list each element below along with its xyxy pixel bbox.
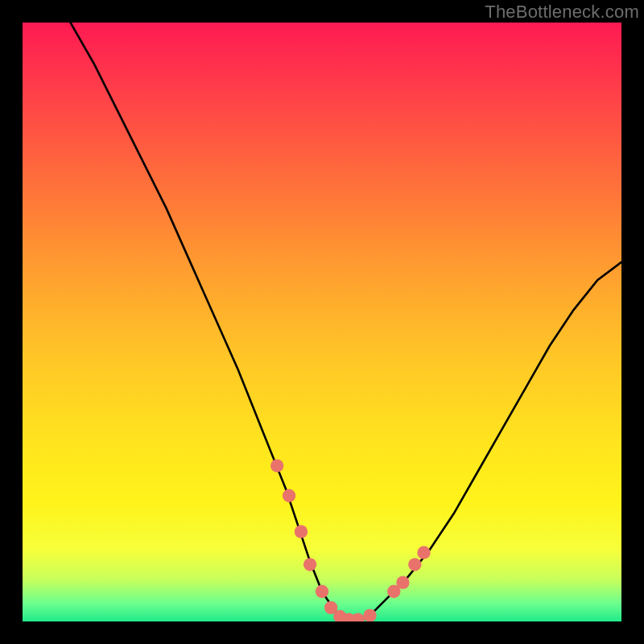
marker-dot (303, 558, 316, 571)
marker-dot (270, 459, 283, 472)
marker-dot (408, 558, 421, 571)
marker-dot (363, 609, 376, 621)
chart-plot-area (23, 23, 621, 621)
highlight-markers (270, 459, 431, 621)
marker-dot (333, 610, 346, 621)
marker-dot (295, 525, 308, 538)
bottleneck-curve (71, 23, 621, 621)
marker-dot (324, 601, 337, 614)
chart-frame: TheBottleneck.com (0, 0, 644, 644)
watermark-text: TheBottleneck.com (485, 2, 639, 23)
marker-dot (316, 585, 328, 598)
marker-dot (417, 546, 430, 559)
marker-dot (342, 613, 355, 621)
marker-dot (387, 585, 400, 598)
chart-svg (23, 23, 621, 621)
marker-dot (351, 613, 364, 621)
marker-dot (283, 489, 295, 502)
marker-dot (396, 576, 409, 588)
